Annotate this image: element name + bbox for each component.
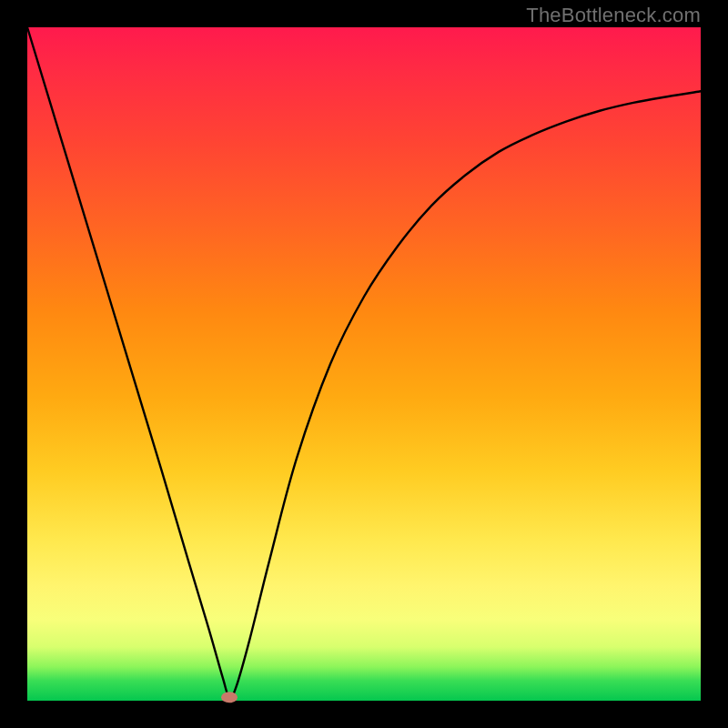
chart-svg [27, 27, 701, 701]
bottleneck-curve [27, 27, 701, 698]
minimum-marker [221, 692, 238, 703]
chart-frame: TheBottleneck.com [0, 0, 728, 728]
plot-area [27, 27, 701, 701]
watermark-label: TheBottleneck.com [526, 4, 701, 27]
